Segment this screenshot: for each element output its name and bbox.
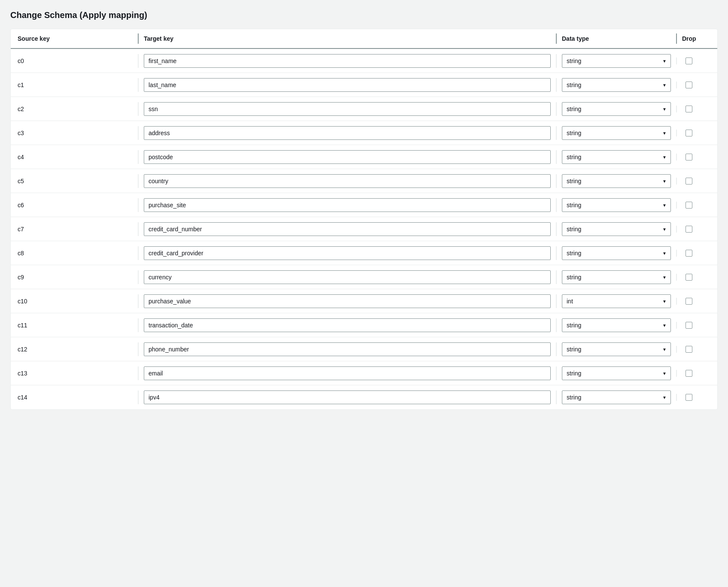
data-type-cell-c11: stringintfloatbooleandatetimestamp xyxy=(556,318,676,332)
table-header: Source key Target key Data type Drop xyxy=(11,29,717,49)
data-type-cell-c14: stringintfloatbooleandatetimestamp xyxy=(556,390,676,404)
page-title: Change Schema (Apply mapping) xyxy=(10,10,718,20)
data-type-select-c6[interactable]: stringintfloatbooleandatetimestamp xyxy=(562,198,671,212)
data-type-cell-c10: stringintfloatbooleandatetimestamp xyxy=(556,294,676,308)
target-key-input-c14[interactable] xyxy=(144,390,551,404)
target-key-input-c13[interactable] xyxy=(144,366,551,380)
target-key-cell-c11 xyxy=(138,318,556,332)
table-row: c12stringintfloatbooleandatetimestamp xyxy=(11,337,717,361)
data-type-select-wrapper-c14: stringintfloatbooleandatetimestamp xyxy=(562,390,671,404)
source-key-c10: c10 xyxy=(18,298,138,305)
target-key-input-c3[interactable] xyxy=(144,126,551,140)
target-key-input-c2[interactable] xyxy=(144,102,551,116)
drop-cell-c1 xyxy=(676,82,710,88)
data-type-select-wrapper-c13: stringintfloatbooleandatetimestamp xyxy=(562,366,671,380)
data-type-select-wrapper-c9: stringintfloatbooleandatetimestamp xyxy=(562,270,671,284)
data-type-select-c10[interactable]: stringintfloatbooleandatetimestamp xyxy=(562,294,671,308)
drop-cell-c5 xyxy=(676,178,710,185)
table-row: c5stringintfloatbooleandatetimestamp xyxy=(11,169,717,193)
target-key-input-c5[interactable] xyxy=(144,174,551,188)
data-type-select-c11[interactable]: stringintfloatbooleandatetimestamp xyxy=(562,318,671,332)
target-key-cell-c10 xyxy=(138,294,556,308)
data-type-select-c14[interactable]: stringintfloatbooleandatetimestamp xyxy=(562,390,671,404)
target-key-cell-c6 xyxy=(138,198,556,212)
drop-checkbox-c3[interactable] xyxy=(686,130,692,136)
target-key-cell-c1 xyxy=(138,78,556,92)
table-row: c13stringintfloatbooleandatetimestamp xyxy=(11,361,717,385)
target-key-input-c0[interactable] xyxy=(144,54,551,68)
data-type-select-c1[interactable]: stringintfloatbooleandatetimestamp xyxy=(562,78,671,92)
data-type-select-c3[interactable]: stringintfloatbooleandatetimestamp xyxy=(562,126,671,140)
data-type-select-c5[interactable]: stringintfloatbooleandatetimestamp xyxy=(562,174,671,188)
source-key-c8: c8 xyxy=(18,250,138,257)
target-key-cell-c2 xyxy=(138,102,556,116)
drop-cell-c11 xyxy=(676,322,710,329)
table-row: c11stringintfloatbooleandatetimestamp xyxy=(11,313,717,337)
drop-checkbox-c9[interactable] xyxy=(686,274,692,281)
data-type-select-wrapper-c0: stringintfloatbooleandatetimestamp xyxy=(562,54,671,68)
target-key-input-c8[interactable] xyxy=(144,246,551,260)
drop-cell-c9 xyxy=(676,274,710,281)
drop-checkbox-c0[interactable] xyxy=(686,57,692,64)
target-key-input-c6[interactable] xyxy=(144,198,551,212)
drop-checkbox-c4[interactable] xyxy=(686,154,692,160)
drop-checkbox-c1[interactable] xyxy=(686,82,692,88)
table-row: c3stringintfloatbooleandatetimestamp xyxy=(11,121,717,145)
source-key-c6: c6 xyxy=(18,202,138,209)
target-key-input-c4[interactable] xyxy=(144,150,551,164)
data-type-select-wrapper-c1: stringintfloatbooleandatetimestamp xyxy=(562,78,671,92)
source-key-c11: c11 xyxy=(18,322,138,329)
target-key-input-c1[interactable] xyxy=(144,78,551,92)
source-key-c7: c7 xyxy=(18,226,138,233)
target-key-header: Target key xyxy=(138,33,556,44)
target-key-cell-c4 xyxy=(138,150,556,164)
target-key-cell-c14 xyxy=(138,390,556,404)
data-type-select-c12[interactable]: stringintfloatbooleandatetimestamp xyxy=(562,342,671,356)
target-key-input-c9[interactable] xyxy=(144,270,551,284)
drop-checkbox-c6[interactable] xyxy=(686,202,692,209)
drop-checkbox-c14[interactable] xyxy=(686,394,692,401)
drop-cell-c7 xyxy=(676,226,710,233)
drop-checkbox-c13[interactable] xyxy=(686,370,692,377)
data-type-select-c0[interactable]: stringintfloatbooleandatetimestamp xyxy=(562,54,671,68)
data-type-select-wrapper-c5: stringintfloatbooleandatetimestamp xyxy=(562,174,671,188)
target-key-cell-c13 xyxy=(138,366,556,380)
target-key-input-c12[interactable] xyxy=(144,342,551,356)
data-type-select-wrapper-c7: stringintfloatbooleandatetimestamp xyxy=(562,222,671,236)
data-type-select-wrapper-c12: stringintfloatbooleandatetimestamp xyxy=(562,342,671,356)
table-row: c10stringintfloatbooleandatetimestamp xyxy=(11,289,717,313)
table-row: c2stringintfloatbooleandatetimestamp xyxy=(11,97,717,121)
data-type-select-c8[interactable]: stringintfloatbooleandatetimestamp xyxy=(562,246,671,260)
drop-checkbox-c2[interactable] xyxy=(686,106,692,112)
source-key-c2: c2 xyxy=(18,106,138,112)
drop-checkbox-c5[interactable] xyxy=(686,178,692,185)
drop-checkbox-c12[interactable] xyxy=(686,346,692,353)
data-type-cell-c6: stringintfloatbooleandatetimestamp xyxy=(556,198,676,212)
data-type-cell-c0: stringintfloatbooleandatetimestamp xyxy=(556,54,676,68)
target-key-input-c7[interactable] xyxy=(144,222,551,236)
table-body: c0stringintfloatbooleandatetimestampc1st… xyxy=(11,49,717,409)
data-type-select-c13[interactable]: stringintfloatbooleandatetimestamp xyxy=(562,366,671,380)
drop-checkbox-c8[interactable] xyxy=(686,250,692,257)
target-key-input-c10[interactable] xyxy=(144,294,551,308)
target-key-input-c11[interactable] xyxy=(144,318,551,332)
data-type-cell-c13: stringintfloatbooleandatetimestamp xyxy=(556,366,676,380)
data-type-cell-c9: stringintfloatbooleandatetimestamp xyxy=(556,270,676,284)
drop-cell-c14 xyxy=(676,394,710,401)
table-row: c7stringintfloatbooleandatetimestamp xyxy=(11,217,717,241)
source-key-c3: c3 xyxy=(18,130,138,136)
data-type-select-c4[interactable]: stringintfloatbooleandatetimestamp xyxy=(562,150,671,164)
table-row: c14stringintfloatbooleandatetimestamp xyxy=(11,385,717,409)
source-key-c0: c0 xyxy=(18,57,138,64)
data-type-select-c7[interactable]: stringintfloatbooleandatetimestamp xyxy=(562,222,671,236)
data-type-select-c2[interactable]: stringintfloatbooleandatetimestamp xyxy=(562,102,671,116)
data-type-select-wrapper-c11: stringintfloatbooleandatetimestamp xyxy=(562,318,671,332)
drop-header: Drop xyxy=(676,33,710,44)
drop-checkbox-c7[interactable] xyxy=(686,226,692,233)
source-key-header: Source key xyxy=(18,33,138,44)
data-type-select-wrapper-c6: stringintfloatbooleandatetimestamp xyxy=(562,198,671,212)
table-row: c1stringintfloatbooleandatetimestamp xyxy=(11,73,717,97)
drop-checkbox-c11[interactable] xyxy=(686,322,692,329)
data-type-select-c9[interactable]: stringintfloatbooleandatetimestamp xyxy=(562,270,671,284)
drop-checkbox-c10[interactable] xyxy=(686,298,692,305)
